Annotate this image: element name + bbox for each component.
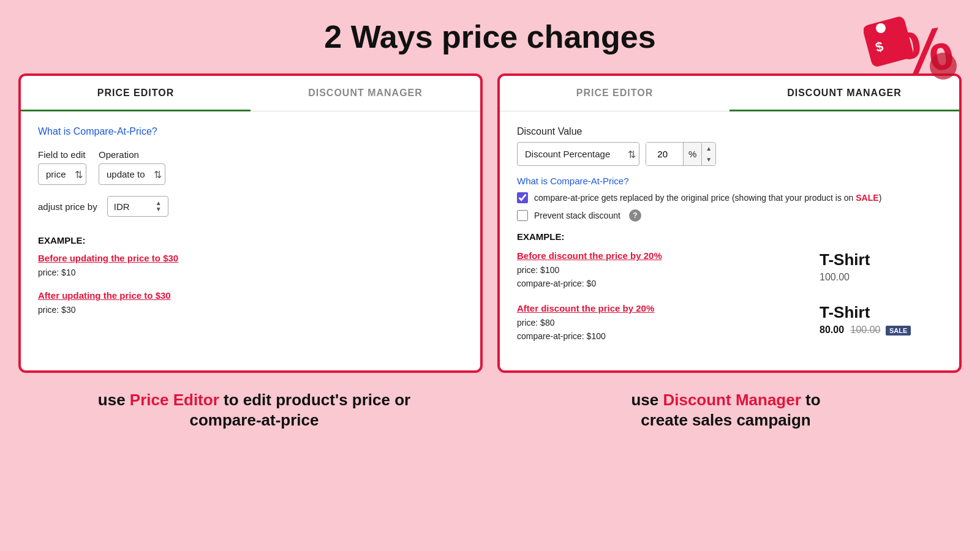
- field-label: Field to edit: [38, 149, 86, 160]
- page-title: 2 Ways price changes: [0, 0, 980, 67]
- tab-price-editor-right[interactable]: PRICE EDITOR: [500, 77, 729, 111]
- right-panel: PRICE EDITOR DISCOUNT MANAGER Discount V…: [497, 73, 962, 373]
- cap-checkbox-row: compare-at-price gets replaced by the or…: [517, 192, 942, 203]
- footer-right: use Discount Manager to create sales cam…: [490, 390, 962, 432]
- discount-input-row: Discount Percentage Fixed Amount ⇅ % ▲ ▼: [517, 142, 942, 166]
- after-discount-product: T-Shirt 80.00 100.00 SALE: [820, 303, 942, 335]
- after-title: After updating the price to $30: [38, 290, 463, 301]
- product-name-after: T-Shirt: [820, 303, 942, 322]
- after-discount-left: After discount the price by 20% price: $…: [517, 303, 820, 343]
- after-discount-split: After discount the price by 20% price: $…: [517, 303, 942, 343]
- operation-label: Operation: [99, 149, 165, 160]
- adjust-row: adjust price by IDR ▲ ▼: [38, 196, 463, 217]
- after-discount-title: After discount the price by 20%: [517, 303, 820, 313]
- field-group: Field to edit price ⇅: [38, 149, 86, 185]
- discount-number-box: % ▲ ▼: [646, 142, 716, 166]
- operation-select-wrapper: update to ⇅: [99, 163, 165, 185]
- help-icon[interactable]: ?: [629, 209, 641, 222]
- idr-text: IDR: [114, 201, 130, 212]
- tab-price-editor-left[interactable]: PRICE EDITOR: [21, 77, 251, 111]
- field-select[interactable]: price: [38, 163, 86, 185]
- footer-left: use Price Editor to edit product's price…: [18, 390, 490, 432]
- operation-group: Operation update to ⇅: [99, 149, 165, 185]
- after-price: price: $30: [38, 303, 463, 317]
- example-label-left: EXAMPLE:: [38, 235, 463, 246]
- what-cap-link-left[interactable]: What is Compare-At-Price?: [38, 126, 463, 137]
- cap-checkbox-label: compare-at-price gets replaced by the or…: [534, 193, 881, 203]
- before-discount-cap: compare-at-price: $0: [517, 277, 820, 290]
- svg-point-4: [930, 53, 957, 80]
- prevent-label: Prevent stack discount: [534, 211, 620, 220]
- right-tabs: PRICE EDITOR DISCOUNT MANAGER: [500, 76, 959, 111]
- left-panel-body: What is Compare-At-Price? Field to edit …: [21, 111, 480, 343]
- product-name-before: T-Shirt: [820, 250, 942, 269]
- before-discount-left: Before discount the price by 20% price: …: [517, 250, 820, 291]
- r-example-section: EXAMPLE: Before discount the price by 20…: [517, 231, 942, 343]
- discount-value-label: Discount Value: [517, 126, 942, 137]
- example-section-left: EXAMPLE: Before updating the price to $3…: [38, 235, 463, 317]
- right-panel-body: Discount Value Discount Percentage Fixed…: [500, 111, 959, 370]
- sale-badge: SALE: [886, 326, 911, 335]
- product-price-before: 100.00: [820, 272, 942, 283]
- pct-up[interactable]: ▲: [702, 143, 715, 154]
- after-discount-cap: compare-at-price: $100: [517, 329, 820, 343]
- before-discount-product: T-Shirt 100.00: [820, 250, 942, 283]
- after-discount-price: price: $80: [517, 316, 820, 329]
- footer-right-highlight: Discount Manager: [663, 391, 801, 409]
- idr-spinner: ▲ ▼: [156, 200, 162, 212]
- price-sale-old: 100.00: [851, 324, 881, 335]
- left-panel: PRICE EDITOR DISCOUNT MANAGER What is Co…: [18, 73, 483, 373]
- prevent-checkbox[interactable]: [517, 210, 528, 221]
- idr-down[interactable]: ▼: [156, 206, 162, 212]
- panels-container: PRICE EDITOR DISCOUNT MANAGER What is Co…: [0, 73, 980, 373]
- prevent-checkbox-row: Prevent stack discount ?: [517, 209, 942, 222]
- pct-label: %: [683, 143, 701, 165]
- tab-discount-manager-right[interactable]: DISCOUNT MANAGER: [729, 77, 959, 111]
- discount-value-section: Discount Value Discount Percentage Fixed…: [517, 126, 942, 166]
- tab-discount-manager-left[interactable]: DISCOUNT MANAGER: [251, 77, 480, 111]
- adjust-label: adjust price by: [38, 201, 97, 212]
- before-price: price: $10: [38, 266, 463, 279]
- discount-amount-input[interactable]: [646, 143, 683, 165]
- field-select-wrapper: price ⇅: [38, 163, 86, 185]
- footer-left-highlight: Price Editor: [130, 391, 219, 409]
- before-discount-title: Before discount the price by 20%: [517, 250, 820, 261]
- r-example-label: EXAMPLE:: [517, 231, 942, 242]
- footer-bar: use Price Editor to edit product's price…: [0, 384, 980, 432]
- svg-point-1: [876, 23, 886, 33]
- before-example: Before updating the price to $30 price: …: [38, 253, 463, 279]
- cap-checkbox[interactable]: [517, 192, 528, 203]
- product-price-after: 80.00 100.00 SALE: [820, 324, 942, 335]
- before-discount-split: Before discount the price by 20% price: …: [517, 250, 942, 291]
- form-row-left: Field to edit price ⇅ Operation update t…: [38, 149, 463, 185]
- left-tabs: PRICE EDITOR DISCOUNT MANAGER: [21, 76, 480, 111]
- sale-text: SALE: [856, 193, 878, 203]
- price-sale-new: 80.00: [820, 324, 844, 335]
- after-example: After updating the price to $30 price: $…: [38, 290, 463, 317]
- what-cap-link-right[interactable]: What is Compare-At-Price?: [517, 176, 942, 186]
- operation-select[interactable]: update to: [99, 163, 165, 185]
- pct-spinner: ▲ ▼: [701, 143, 715, 165]
- discount-type-select[interactable]: Discount Percentage Fixed Amount: [517, 142, 639, 166]
- before-title: Before updating the price to $30: [38, 253, 463, 263]
- before-discount-price: price: $100: [517, 263, 820, 277]
- discount-type-wrapper: Discount Percentage Fixed Amount ⇅: [517, 142, 639, 166]
- pct-down[interactable]: ▼: [702, 154, 715, 165]
- idr-box[interactable]: IDR ▲ ▼: [107, 196, 168, 217]
- cap-section: What is Compare-At-Price? compare-at-pri…: [517, 176, 942, 222]
